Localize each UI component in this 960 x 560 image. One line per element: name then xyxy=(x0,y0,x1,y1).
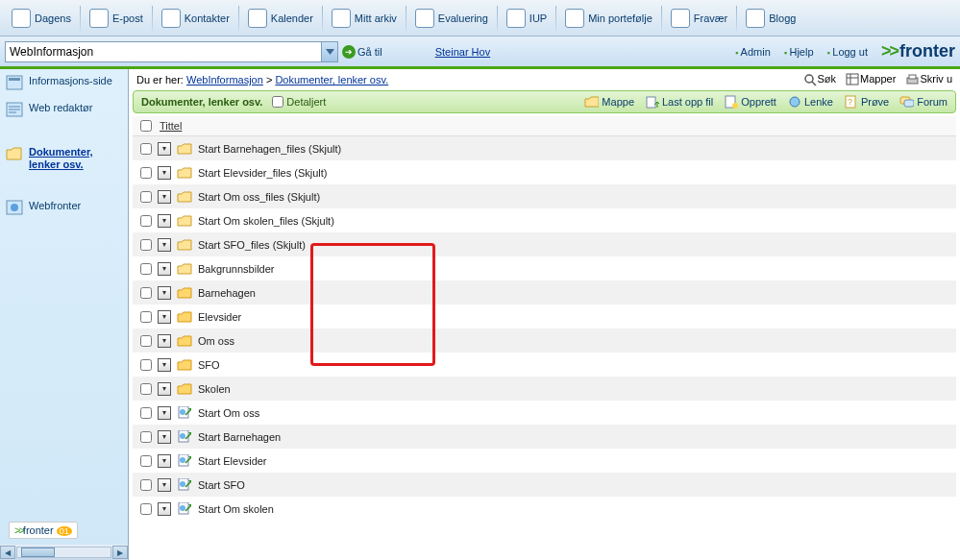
row-menu-button[interactable]: ▾ xyxy=(158,142,171,156)
row-checkbox[interactable] xyxy=(140,431,152,443)
row-checkbox[interactable] xyxy=(140,503,152,515)
sidebar-item-webfronter[interactable]: Webfronter xyxy=(0,194,128,221)
admin-link[interactable]: Admin xyxy=(735,46,771,58)
row-checkbox[interactable] xyxy=(140,311,152,323)
room-selector-dropdown-button[interactable] xyxy=(321,42,337,61)
row-menu-button[interactable]: ▾ xyxy=(158,166,171,180)
list-row[interactable]: ▾Elevsider xyxy=(133,304,956,329)
row-menu-button[interactable]: ▾ xyxy=(158,478,171,492)
row-menu-button[interactable]: ▾ xyxy=(158,502,171,516)
row-menu-button[interactable]: ▾ xyxy=(158,238,171,252)
search-action[interactable]: Søk xyxy=(803,73,837,86)
row-checkbox[interactable] xyxy=(140,287,152,299)
column-title[interactable]: Tittel xyxy=(160,120,182,132)
room-selector-input[interactable] xyxy=(6,42,320,61)
row-menu-button[interactable]: ▾ xyxy=(158,190,171,204)
new-folder-button[interactable]: Mappe xyxy=(584,95,634,109)
sidebar-scrollbar[interactable]: ◀ ▶ xyxy=(0,545,128,560)
list-row[interactable]: ▾SFO xyxy=(133,353,956,377)
row-checkbox[interactable] xyxy=(140,359,152,371)
scroll-right-icon[interactable]: ▶ xyxy=(112,546,128,559)
row-checkbox[interactable] xyxy=(140,215,152,227)
row-label: Start Elevsider_files (Skjult) xyxy=(198,167,328,179)
list-row[interactable]: ▾Start Om skolen xyxy=(133,497,956,521)
scroll-left-icon[interactable]: ◀ xyxy=(0,546,15,559)
svg-point-37 xyxy=(180,505,185,511)
print-action[interactable]: Skriv u xyxy=(905,73,952,86)
row-checkbox[interactable] xyxy=(140,191,152,203)
svg-marker-0 xyxy=(326,49,334,55)
row-label: Start Elevsider xyxy=(198,455,267,467)
help-link[interactable]: Hjelp xyxy=(784,46,814,58)
list-row[interactable]: ▾Start Elevsider xyxy=(133,449,956,473)
row-menu-button[interactable]: ▾ xyxy=(158,262,171,276)
create-button[interactable]: Opprett xyxy=(724,95,776,109)
list-row[interactable]: ▾Start SFO xyxy=(133,473,956,497)
sidebar-item-redaktor[interactable]: Web redaktør xyxy=(0,96,128,123)
editor-icon xyxy=(6,102,23,117)
row-checkbox[interactable] xyxy=(140,167,152,179)
row-checkbox[interactable] xyxy=(140,455,152,467)
list-row[interactable]: ▾Start Om oss_files (Skjult) xyxy=(133,184,956,208)
row-checkbox[interactable] xyxy=(140,335,152,347)
svg-rect-11 xyxy=(847,74,858,85)
row-label: Start Barnehagen xyxy=(198,431,281,443)
svg-point-8 xyxy=(11,204,18,211)
folders-action[interactable]: Mapper xyxy=(846,73,896,86)
breadcrumb-current[interactable]: Dokumenter, lenker osv. xyxy=(275,74,388,85)
list-row[interactable]: ▾Barnehagen xyxy=(133,280,956,304)
row-label: Start Barnehagen_files (Skjult) xyxy=(198,143,341,155)
nav-dagens[interactable]: Dagens xyxy=(4,5,79,32)
test-button[interactable]: ?Prøve xyxy=(844,95,889,109)
row-menu-button[interactable]: ▾ xyxy=(158,406,171,420)
nav-portefolje[interactable]: Min portefølje xyxy=(557,5,660,32)
row-checkbox[interactable] xyxy=(140,383,152,395)
nav-mittarkiv[interactable]: Mitt arkiv xyxy=(324,5,405,32)
row-checkbox[interactable] xyxy=(140,263,152,275)
list-row[interactable]: ▾Start Elevsider_files (Skjult) xyxy=(133,160,956,184)
list-row[interactable]: ▾Start Om oss xyxy=(133,401,956,425)
go-button[interactable]: ➔ Gå til xyxy=(342,45,382,59)
nav-iup[interactable]: IUP xyxy=(499,5,554,32)
row-checkbox[interactable] xyxy=(140,479,152,491)
sidebar-item-dokumenter[interactable]: Dokumenter, lenker osv. xyxy=(0,140,128,177)
list-row[interactable]: ▾Om oss xyxy=(133,329,956,353)
upload-button[interactable]: Last opp fil xyxy=(645,95,713,109)
link-button[interactable]: Lenke xyxy=(787,95,833,109)
row-menu-button[interactable]: ▾ xyxy=(158,286,171,300)
detail-toggle[interactable]: Detaljert xyxy=(272,96,326,108)
folder-toolbar: Dokumenter, lenker osv. Detaljert Mappe … xyxy=(133,90,956,113)
list-row[interactable]: ▾Start Barnehagen_files (Skjult) xyxy=(133,136,956,160)
nav-blogg[interactable]: Blogg xyxy=(738,5,803,32)
list-row[interactable]: ▾Start Om skolen_files (Skjult) xyxy=(133,208,956,232)
sidebar-item-info[interactable]: Informasjons-side xyxy=(0,69,128,96)
breadcrumb-room[interactable]: WebInformasjon xyxy=(186,74,263,85)
row-menu-button[interactable]: ▾ xyxy=(158,310,171,324)
nav-evaluering[interactable]: Evaluering xyxy=(407,5,496,32)
row-menu-button[interactable]: ▾ xyxy=(158,382,171,396)
row-checkbox[interactable] xyxy=(140,407,152,419)
row-checkbox[interactable] xyxy=(140,239,152,251)
svg-point-31 xyxy=(180,457,185,463)
nav-epost[interactable]: E-post xyxy=(82,5,151,32)
row-menu-button[interactable]: ▾ xyxy=(158,334,171,348)
arrow-right-icon: ➔ xyxy=(342,45,356,59)
list-row[interactable]: ▾Start SFO_files (Skjult) xyxy=(133,232,956,256)
forum-button[interactable]: Forum xyxy=(899,95,948,109)
nav-fravaer[interactable]: Fravær xyxy=(663,5,735,32)
nav-kalender[interactable]: Kalender xyxy=(240,5,321,32)
row-menu-button[interactable]: ▾ xyxy=(158,358,171,372)
select-all-checkbox[interactable] xyxy=(140,120,152,132)
row-menu-button[interactable]: ▾ xyxy=(158,430,171,444)
list-row[interactable]: ▾Start Barnehagen xyxy=(133,425,956,449)
fronter-logo: fronter 01 xyxy=(9,522,78,539)
list-row[interactable]: ▾Skolen xyxy=(133,377,956,401)
list-row[interactable]: ▾Bakgrunnsbilder xyxy=(133,256,956,280)
room-selector[interactable] xyxy=(5,41,338,62)
row-menu-button[interactable]: ▾ xyxy=(158,454,171,468)
logout-link[interactable]: Logg ut xyxy=(827,46,868,58)
row-menu-button[interactable]: ▾ xyxy=(158,214,171,228)
user-link[interactable]: Steinar Hov xyxy=(435,46,490,58)
nav-kontakter[interactable]: Kontakter xyxy=(154,5,237,32)
row-checkbox[interactable] xyxy=(140,143,152,155)
